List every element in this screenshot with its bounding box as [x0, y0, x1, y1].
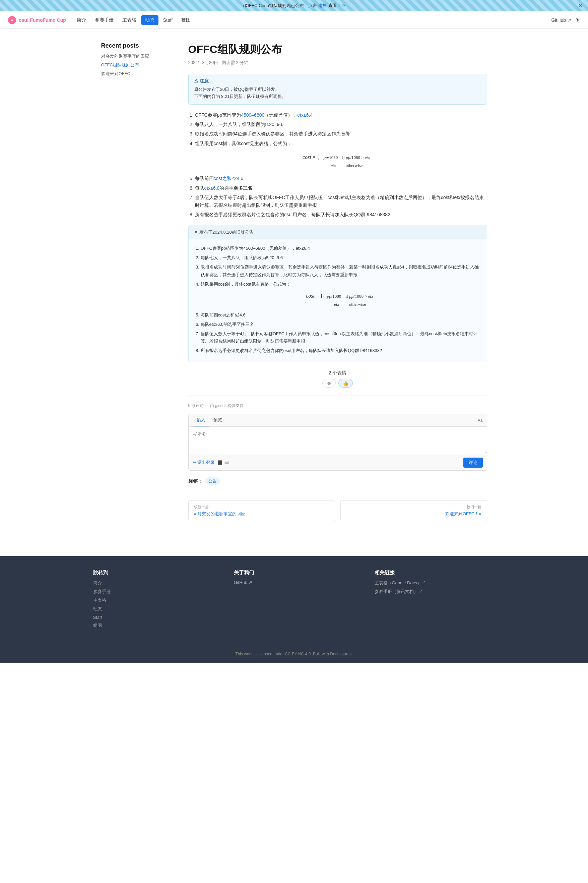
nav-link-meme[interactable]: 梗图 — [177, 15, 195, 25]
footer-link-intro[interactable]: 简介 — [93, 580, 214, 586]
comments-title: 0 条评论 — 由 giscus 提供支持 — [188, 402, 487, 408]
divider-2 — [188, 492, 487, 492]
comment-submit-button[interactable]: 评论 — [464, 458, 483, 468]
link-etx2[interactable]: etx≥6.0 — [204, 185, 220, 191]
formula-old-case-1: pp/1080 if pp/1080 > etx — [327, 293, 373, 300]
comment-input-area: 输入 预览 Aa ↪ 退出登录 ⬛ md 评论 — [188, 414, 487, 471]
announcement-text: ◁OFFC Cirno组队规则现已公布！点击 — [242, 3, 317, 9]
reaction-smiley-button[interactable]: ☺ — [322, 379, 336, 387]
comments-count: 0 条评论 — [188, 403, 204, 408]
link-cost[interactable]: cost之和≤24.6 — [214, 176, 244, 181]
link-etx[interactable]: etx≤6.4 — [297, 112, 313, 118]
reactions-count: 2 个表情 — [188, 370, 487, 376]
footer-about-title: 关于我们 — [234, 569, 354, 576]
tags-section: 标签： 公告 — [188, 478, 487, 485]
sidebar-link-0[interactable]: 对突发的退赛事宜的回应 — [101, 53, 175, 59]
comment-tabs: 输入 预览 Aa — [189, 414, 487, 427]
article-content: OFFC组队规则公布 2024年8月20日 · 阅读需 2 分钟 ⚠ 注意 原公… — [188, 42, 487, 529]
footer-jump-title: 跳转到: — [93, 569, 214, 576]
link-pp-range[interactable]: 4500–6800 — [241, 112, 264, 118]
footer-inner: 跳转到: 简介 参赛手册 主表格 动态 Staff 梗图 关于我们 GitHub… — [93, 569, 495, 631]
footer: 跳转到: 简介 参赛手册 主表格 动态 Staff 梗图 关于我们 GitHub… — [0, 556, 588, 645]
nav-link-table[interactable]: 主表格 — [118, 15, 140, 25]
reaction-thumbsup-button[interactable]: 👍 — [338, 379, 353, 387]
sidebar-link-1[interactable]: OFFC组队规则公布 — [101, 62, 175, 68]
sidebar-link-2[interactable]: 欢迎来到OFFC! — [101, 71, 175, 77]
notice-line-0: 原公告发布于20日，被QQ群吞了所以补发。 — [194, 86, 482, 93]
formula-case-1: pp/1080 if pp/1080 > etx — [324, 154, 370, 161]
github-link[interactable]: GitHub ↗ — [552, 17, 571, 23]
list-item: 取报名成功时间前56位选手进入确认参赛区，其余选手进入待定区作为替补；若某一时刻… — [201, 263, 482, 278]
footer-col-related: 相关链接 主表格（Google Docs）↗ 参赛手册（腾讯文档）↗ — [375, 569, 495, 631]
math-formula: cost = { pp/1080 if pp/1080 > etx etx ot… — [188, 153, 487, 169]
list-item: 取报名成功时间前64位选手进入确认参赛区，其余选手进入待定区作为替补 — [195, 130, 487, 137]
comment-login-link[interactable]: ↪ 退出登录 — [193, 460, 215, 466]
pagination-nav: 较新一篇 « 对突发的退赛事宜的回应 较旧一篇 欢迎来到OFFC！» — [188, 500, 487, 521]
formula-old-case-2: etx otherwise — [327, 301, 373, 308]
list-item: 每队etx≥6.0的选手至多三名 — [195, 185, 487, 192]
announcement-bar: ◁OFFC Cirno组队规则现已公布！点击 这里 查看！▷ ✕ — [0, 0, 588, 11]
link-etx-old[interactable]: etx≤6.4 — [296, 246, 310, 251]
footer-handbook-link[interactable]: 参赛手册（腾讯文档）↗ — [375, 589, 495, 595]
list-item: 每队etx≥6.0的选手至多三名 — [201, 321, 482, 328]
list-item: 所有报名选手必须更改群名片使之包含你的osul用户名，每队队长请加入队长QQ群 … — [201, 347, 482, 354]
footer-link-meme[interactable]: 梗图 — [93, 623, 214, 629]
announcement-text-after: 查看！▷ — [328, 3, 346, 9]
footer-spreadsheet-link[interactable]: 主表格（Google Docs）↗ — [375, 580, 495, 586]
tag-badge[interactable]: 公告 — [205, 478, 220, 485]
footer-link-handbook[interactable]: 参赛手册 — [93, 589, 214, 595]
math-formula-old: cost = { pp/1080 if pp/1080 > etx etx ot… — [201, 291, 482, 308]
nav-link-news[interactable]: 动态 — [141, 15, 159, 25]
comment-aa-label: Aa — [478, 414, 483, 426]
list-item: 当队伍人数大于等于4后，队长可私聊OFFC工作人员申报队伍，cost和etx以主… — [195, 194, 487, 209]
comment-tab-preview[interactable]: 预览 — [209, 414, 226, 426]
nav-link-intro[interactable]: 简介 — [73, 15, 90, 25]
list-item: 组队采用cost制，具体cost见主表格，公式为： — [195, 140, 487, 147]
notice-title: ⚠ 注意 — [194, 78, 482, 84]
collapsible-body: OFFC参赛pp范围变为4500–6800（无偏差值），etx≤6.4 每队七人… — [189, 239, 487, 362]
comments-section: 0 条评论 — 由 giscus 提供支持 输入 预览 Aa ↪ 退出登录 ⬛ … — [188, 402, 487, 471]
theme-toggle-button[interactable]: ☀ — [575, 17, 580, 23]
next-link[interactable]: 欢迎来到OFFC！» — [445, 511, 482, 516]
reaction-btns: ☺ 👍 — [188, 379, 487, 387]
notice-box: ⚠ 注意 原公告发布于20日，被QQ群吞了所以补发。 下面的内容为 8.21日更… — [188, 74, 487, 105]
comment-tab-input[interactable]: 输入 — [193, 414, 209, 426]
footer-link-news[interactable]: 动态 — [93, 606, 214, 612]
list-item: 所有报名选手必须更改群名片使之包含你的osul用户名，每队队长请加入队长QQ群 … — [195, 211, 487, 218]
notice-line-1: 下面的内容为 8.21日更新，队伍规模有所调整。 — [194, 93, 482, 100]
article-list: OFFC参赛pp范围变为4500–6800（无偏差值），etx≤6.4 每队八人… — [188, 111, 487, 147]
close-icon[interactable]: ✕ — [578, 3, 583, 9]
next-page-item: 较旧一篇 欢迎来到OFFC！» — [340, 500, 487, 521]
footer-bottom: This work is licensed under CC BY-NC 4.0… — [0, 645, 588, 663]
footer-link-table[interactable]: 主表格 — [93, 598, 214, 604]
nav-link-staff[interactable]: Staff — [159, 15, 177, 25]
collapsible-header[interactable]: ▼ 发布于2024.8.20的旧版公告 — [189, 225, 487, 239]
sidebar-title: Recent posts — [101, 42, 175, 49]
nav-links: 简介 参赛手册 主表格 动态 Staff 梗图 — [73, 15, 552, 25]
comment-textarea[interactable] — [189, 427, 487, 454]
footer-github-link[interactable]: GitHub ↗ — [234, 580, 354, 585]
comment-footer: ↪ 退出登录 ⬛ md 评论 — [189, 455, 487, 470]
footer-related-title: 相关链接 — [375, 569, 495, 576]
footer-col-about: 关于我们 GitHub ↗ — [234, 569, 354, 631]
prev-label: 较新一篇 — [194, 505, 329, 509]
prev-link[interactable]: « 对突发的退赛事宜的回应 — [194, 511, 246, 516]
navbar-logo[interactable]: ● osu! FumoFumo Cup — [8, 16, 66, 24]
list-item: OFFC参赛pp范围变为4500–6800（无偏差值），etx≤6.4 — [201, 245, 482, 252]
list-item: 每队八人，一共八队，组队阶段为8.20–9.6 — [195, 121, 487, 128]
nav-link-handbook[interactable]: 参赛手册 — [91, 15, 118, 25]
old-list: OFFC参赛pp范围变为4500–6800（无偏差值），etx≤6.4 每队七人… — [194, 245, 482, 354]
prev-page-item: 较新一篇 « 对突发的退赛事宜的回应 — [188, 500, 335, 521]
main-container: Recent posts 对突发的退赛事宜的回应 OFFC组队规则公布 欢迎来到… — [93, 29, 495, 543]
link-etx2-old[interactable]: etx≥6.0 — [209, 322, 224, 327]
announcement-link[interactable]: 这里 — [318, 3, 327, 9]
reactions-section: 2 个表情 ☺ 👍 — [188, 370, 487, 387]
collapsible-label: ▼ 发布于2024.8.20的旧版公告 — [194, 229, 254, 235]
link-pp-range-old[interactable]: 4500–6800 — [243, 246, 265, 251]
article-list-cont: 每队前四cost之和≤24.6 每队etx≥6.0的选手至多三名 当队伍人数大于… — [188, 175, 487, 218]
footer-link-staff[interactable]: Staff — [93, 615, 214, 620]
list-item: 组队采用cost制，具体cost见主表格，公式为： cost = { pp/10… — [201, 281, 482, 308]
logo-icon: ● — [8, 16, 16, 24]
list-item: 每队七人，一共八队，组队阶段为8.20–9.6 — [201, 254, 482, 261]
link-cost-old[interactable]: cost之和≤24.6 — [218, 312, 246, 317]
